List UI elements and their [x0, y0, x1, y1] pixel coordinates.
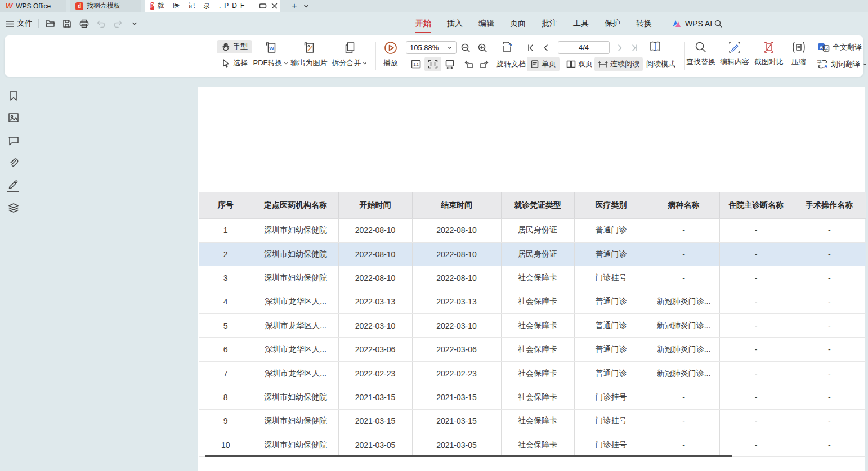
table-cell: 社会保障卡 [501, 338, 574, 361]
zoom-level-select[interactable]: 105.88% [406, 41, 457, 54]
rotate-left-button[interactable] [460, 57, 477, 71]
table-cell: - [793, 314, 866, 338]
table-cell: 2022-08-10 [412, 242, 501, 266]
wps-ai-label: WPS AI [685, 19, 712, 28]
table-cell: 深圳市龙华区人... [253, 290, 338, 313]
comments-panel-icon[interactable] [7, 134, 20, 147]
play-icon [383, 41, 398, 55]
first-page-button[interactable] [524, 41, 538, 55]
svg-text:A: A [820, 44, 824, 50]
table-cell: 社会保障卡 [501, 433, 574, 457]
table-cell: - [719, 433, 793, 457]
single-page-button[interactable]: 单页 [527, 57, 560, 71]
undo-icon[interactable] [95, 18, 106, 29]
chevron-down-icon [284, 61, 289, 66]
attachments-panel-icon[interactable] [7, 157, 20, 169]
menu-edit[interactable]: 编辑 [471, 12, 502, 35]
ribbon-search-icon[interactable] [714, 12, 723, 35]
table-cell: 4 [199, 290, 253, 313]
play-button[interactable]: 播放 [383, 41, 398, 68]
table-cell: 深圳市妇幼保健院 [253, 218, 338, 242]
read-mode-button[interactable]: 阅读模式 [643, 57, 679, 71]
table-cell: 社会保障卡 [501, 314, 574, 338]
table-header-cell: 住院主诊断名称 [719, 192, 793, 218]
wps-ai-button[interactable]: WPS AI [672, 12, 712, 35]
zoom-in-button[interactable] [475, 41, 490, 55]
tab-label: WPS Office [16, 2, 51, 10]
layers-panel-icon[interactable] [7, 201, 20, 214]
table-row: 3深圳市妇幼保健院2022-08-102022-08-10社会保障卡门诊挂号--… [199, 266, 866, 290]
menu-protect[interactable]: 保护 [597, 12, 628, 35]
save-icon[interactable] [61, 18, 73, 29]
divider [244, 42, 244, 70]
page-number-input[interactable] [558, 41, 610, 54]
table-cell: 2022-03-10 [412, 314, 501, 338]
table-cell: 深圳市妇幼保健院 [253, 242, 338, 266]
read-mode-book-icon[interactable] [648, 39, 663, 54]
find-replace-button[interactable]: 查找替换 [686, 41, 715, 67]
table-header-cell: 结束时间 [412, 192, 501, 218]
quick-access-chevron-icon[interactable] [129, 18, 140, 29]
compress-button[interactable]: 压缩 [791, 41, 806, 67]
table-cell: 2022-02-23 [338, 361, 412, 385]
menu-tools[interactable]: 工具 [565, 12, 597, 35]
thumbnails-panel-icon[interactable] [7, 111, 20, 124]
export-image-button[interactable]: 输出为图片 [291, 41, 328, 68]
table-bottom-border [205, 455, 732, 457]
new-from-page-icon[interactable] [500, 39, 514, 54]
table-cell: 2021-03-05 [412, 433, 501, 457]
file-menu-button[interactable]: 文件 [6, 19, 33, 29]
tab-list-chevron-icon[interactable] [301, 0, 312, 12]
rotate-document-button[interactable]: 旋转文档 [493, 57, 529, 71]
table-row: 8深圳市妇幼保健院2021-03-152021-03-15社会保障卡门诊挂号--… [199, 385, 866, 409]
word-translate-button[interactable]: 字 A 划词翻译 [814, 57, 868, 71]
zoom-out-button[interactable] [458, 41, 473, 55]
table-cell: 新冠肺炎门诊... [648, 338, 719, 361]
hand-tool-button[interactable]: 手型 [217, 40, 252, 53]
tab-document-pdf[interactable]: P 就 医 记 录 .PDF [145, 0, 280, 12]
full-translate-button[interactable]: A 字 全文翻译 [817, 42, 862, 52]
menu-comment[interactable]: 批注 [534, 12, 565, 35]
word-translate-label: 划词翻译 [831, 59, 860, 69]
rotate-right-button[interactable] [476, 57, 493, 71]
next-page-button[interactable] [612, 41, 627, 55]
edit-content-button[interactable]: 编辑内容 [720, 41, 749, 67]
open-file-icon[interactable] [44, 18, 56, 29]
tab-docer-templates[interactable]: d 找稻壳模板 [70, 0, 141, 12]
split-merge-button[interactable]: 拆分合并 [332, 41, 368, 68]
actual-size-button[interactable]: 1:1 [408, 57, 424, 71]
fit-page-button[interactable] [441, 57, 458, 71]
select-tool-label: 选择 [233, 58, 248, 68]
menu-insert[interactable]: 插入 [439, 12, 471, 35]
continuous-read-button[interactable]: 连续阅读 [594, 57, 643, 71]
table-cell: 2022-08-10 [338, 242, 412, 266]
double-page-label: 双页 [578, 59, 593, 69]
select-tool-button[interactable]: 选择 [217, 56, 252, 70]
file-menu-label: 文件 [17, 19, 33, 29]
cursor-icon [221, 59, 230, 68]
table-row: 5深圳市龙华区人...2022-03-102022-03-10社会保障卡普通门诊… [199, 314, 866, 338]
redo-icon[interactable] [112, 18, 123, 29]
signature-panel-icon[interactable] [7, 178, 20, 190]
table-cell: 8 [199, 385, 253, 409]
new-tab-button[interactable]: + [288, 0, 301, 12]
eye-protect-mode-icon[interactable] [259, 3, 267, 10]
fit-width-button[interactable] [424, 57, 441, 71]
table-cell: - [793, 290, 866, 313]
tab-wps-home[interactable]: W WPS Office [0, 0, 66, 12]
last-page-button[interactable] [627, 41, 642, 55]
table-cell: - [793, 242, 866, 266]
screenshot-compare-button[interactable]: 截图对比 [754, 41, 784, 67]
previous-page-button[interactable] [539, 41, 553, 55]
pdf-page[interactable]: 序号 定点医药机构名称 开始时间 结束时间 就诊凭证类型 医疗类别 病种名称 住… [198, 87, 865, 471]
menu-page[interactable]: 页面 [502, 12, 534, 35]
table-cell: - [648, 218, 719, 242]
menu-home[interactable]: 开始 [408, 12, 439, 35]
full-translate-icon: A 字 [817, 42, 830, 52]
bookmarks-panel-icon[interactable] [7, 89, 20, 102]
split-merge-icon [342, 41, 357, 55]
print-icon[interactable] [78, 18, 90, 29]
pdf-convert-button[interactable]: W PDF转换 [253, 41, 289, 68]
close-tab-icon[interactable] [271, 3, 278, 9]
menu-convert[interactable]: 转换 [628, 12, 660, 35]
